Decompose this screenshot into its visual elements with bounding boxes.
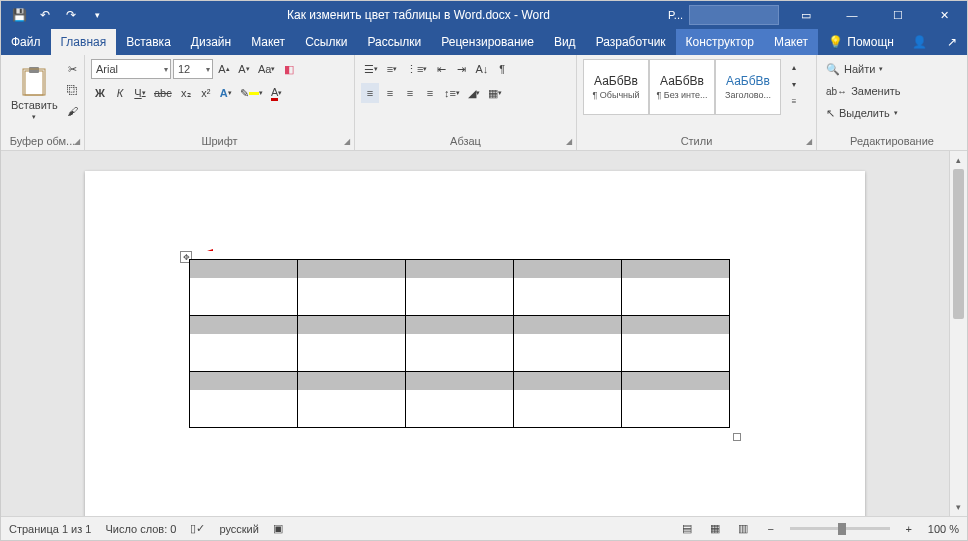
styles-row-down[interactable]: ▾ [785,76,803,92]
table-cell[interactable] [622,316,730,372]
text-effects-button[interactable]: A▾ [217,83,235,103]
close-button[interactable]: ✕ [921,1,967,29]
table-cell[interactable] [622,260,730,316]
underline-button[interactable]: Ч▾ [131,83,149,103]
vertical-scrollbar[interactable]: ▴ ▾ [949,151,967,516]
dialog-launcher-icon[interactable]: ◢ [806,137,812,146]
shading-button[interactable]: ◢▾ [465,83,483,103]
tell-me-box[interactable]: 💡 Помощн [820,29,902,55]
web-layout-button[interactable]: ▥ [734,519,752,539]
align-right-button[interactable]: ≡ [401,83,419,103]
style-heading1[interactable]: АаБбВвЗаголово... [715,59,781,115]
scroll-track[interactable] [950,169,967,498]
align-center-button[interactable]: ≡ [381,83,399,103]
zoom-out-button[interactable]: − [762,519,780,539]
table-cell[interactable] [406,260,514,316]
tab-home[interactable]: Главная [51,29,117,55]
account-button[interactable]: 👤 [902,29,937,55]
bullets-button[interactable]: ☰▾ [361,59,381,79]
tab-table-layout[interactable]: Макет [764,29,818,55]
table-cell[interactable] [298,316,406,372]
page-indicator[interactable]: Страница 1 из 1 [9,523,91,535]
increase-indent-button[interactable]: ⇥ [452,59,470,79]
grow-font-button[interactable]: A▴ [215,59,233,79]
read-mode-button[interactable]: ▤ [678,519,696,539]
tab-references[interactable]: Ссылки [295,29,357,55]
subscript-button[interactable]: x₂ [177,83,195,103]
table-cell[interactable] [298,372,406,428]
format-painter-button[interactable]: 🖌 [64,101,82,121]
tab-developer[interactable]: Разработчик [586,29,676,55]
tab-mailings[interactable]: Рассылки [357,29,431,55]
table-cell[interactable] [190,372,298,428]
table-cell[interactable] [406,316,514,372]
styles-expand[interactable]: ≡ [785,93,803,109]
table-cell[interactable] [406,372,514,428]
tab-insert[interactable]: Вставка [116,29,181,55]
spellcheck-button[interactable]: ▯✓ [190,522,205,535]
document-area[interactable]: ✥ [1,151,949,516]
cut-button[interactable]: ✂ [64,59,82,79]
table-cell[interactable] [622,372,730,428]
find-button[interactable]: 🔍Найти▾ [823,59,904,79]
table-cell[interactable] [190,316,298,372]
table-cell[interactable] [190,260,298,316]
language-indicator[interactable]: русский [219,523,258,535]
print-layout-button[interactable]: ▦ [706,519,724,539]
multilevel-list-button[interactable]: ⋮≡▾ [403,59,430,79]
table-cell[interactable] [514,260,622,316]
decrease-indent-button[interactable]: ⇤ [432,59,450,79]
maximize-button[interactable]: ☐ [875,1,921,29]
user-account-area[interactable] [689,5,779,25]
minimize-button[interactable]: — [829,1,875,29]
numbering-button[interactable]: ≡▾ [383,59,401,79]
word-count[interactable]: Число слов: 0 [105,523,176,535]
style-no-spacing[interactable]: АаБбВв¶ Без инте... [649,59,715,115]
save-button[interactable]: 💾 [7,3,31,27]
tab-design[interactable]: Дизайн [181,29,241,55]
borders-button[interactable]: ▦▾ [485,83,505,103]
style-normal[interactable]: АаБбВв¶ Обычный [583,59,649,115]
font-name-select[interactable]: Arial [91,59,171,79]
tab-view[interactable]: Вид [544,29,586,55]
zoom-level[interactable]: 100 % [928,523,959,535]
dialog-launcher-icon[interactable]: ◢ [74,137,80,146]
zoom-in-button[interactable]: + [900,519,918,539]
superscript-button[interactable]: x² [197,83,215,103]
table-cell[interactable] [298,260,406,316]
font-size-select[interactable]: 12 [173,59,213,79]
zoom-slider-thumb[interactable] [838,523,846,535]
justify-button[interactable]: ≡ [421,83,439,103]
italic-button[interactable]: К [111,83,129,103]
redo-button[interactable]: ↷ [59,3,83,27]
share-button[interactable]: ↗ [937,29,967,55]
tab-table-design[interactable]: Конструктор [676,29,764,55]
dialog-launcher-icon[interactable]: ◢ [566,137,572,146]
qat-customize-button[interactable]: ▾ [85,3,109,27]
ribbon-options-button[interactable]: ▭ [783,1,829,29]
paste-button[interactable]: Вставить ▾ [7,59,62,129]
scroll-up-button[interactable]: ▴ [950,151,967,169]
change-case-button[interactable]: Aa▾ [255,59,278,79]
styles-row-up[interactable]: ▴ [785,59,803,75]
scroll-down-button[interactable]: ▾ [950,498,967,516]
bold-button[interactable]: Ж [91,83,109,103]
undo-button[interactable]: ↶ [33,3,57,27]
sort-button[interactable]: A↓ [472,59,491,79]
font-color-button[interactable]: A▾ [268,83,286,103]
align-left-button[interactable]: ≡ [361,83,379,103]
dialog-launcher-icon[interactable]: ◢ [344,137,350,146]
show-marks-button[interactable]: ¶ [493,59,511,79]
macro-button[interactable]: ▣ [273,522,283,535]
table-resize-handle[interactable] [733,433,741,441]
tab-layout[interactable]: Макет [241,29,295,55]
strikethrough-button[interactable]: abc [151,83,175,103]
replace-button[interactable]: ab↔Заменить [823,81,904,101]
scroll-thumb[interactable] [953,169,964,319]
shrink-font-button[interactable]: A▾ [235,59,253,79]
tab-review[interactable]: Рецензирование [431,29,544,55]
table-cell[interactable] [514,316,622,372]
zoom-slider[interactable] [790,527,890,530]
table-cell[interactable] [514,372,622,428]
document-table[interactable] [189,259,730,428]
